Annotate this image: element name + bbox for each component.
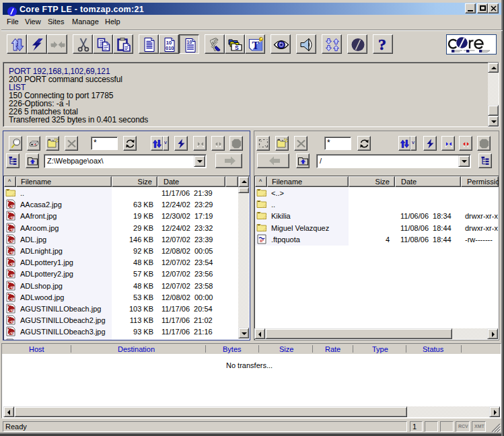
svg-text:S: S — [235, 44, 239, 51]
svg-text:T: T — [252, 40, 260, 51]
svg-text:?: ? — [378, 37, 386, 52]
svg-text:010: 010 — [166, 45, 174, 51]
svg-text:10: 10 — [187, 40, 192, 44]
